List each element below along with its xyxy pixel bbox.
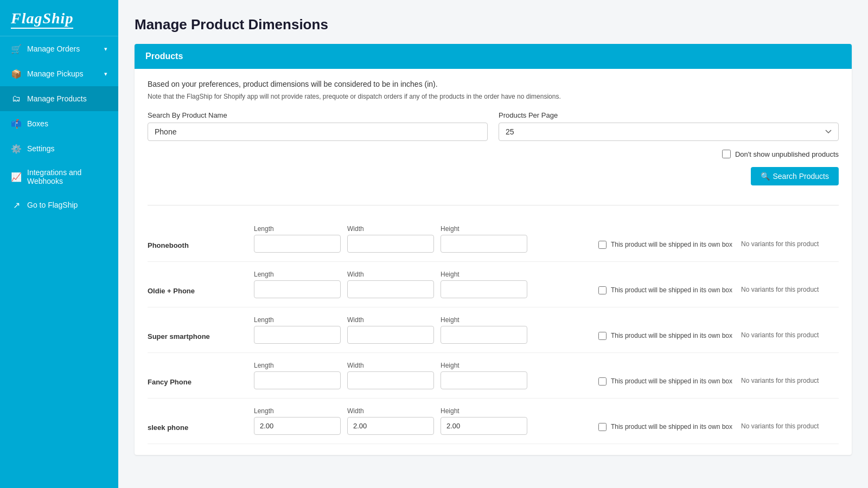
own-box-col: This product will be shipped in its own … — [598, 225, 732, 249]
search-input[interactable] — [148, 123, 488, 141]
height-col: Height — [441, 407, 527, 435]
length-label: Length — [254, 225, 341, 233]
own-box-label: This product will be shipped in its own … — [611, 422, 732, 432]
length-input[interactable] — [254, 235, 341, 253]
nav-icon-integrations: 📈 — [11, 171, 22, 182]
sidebar-item-boxes[interactable]: 📫 Boxes — [0, 111, 118, 136]
nav-icon-settings: ⚙️ — [11, 143, 22, 154]
width-label: Width — [347, 271, 434, 278]
unpublished-checkbox-row: Don't show unpublished products — [148, 150, 839, 158]
own-box-checkbox[interactable] — [598, 332, 607, 340]
search-row: Search By Product Name Products Per Page… — [148, 111, 839, 141]
width-label: Width — [347, 225, 434, 233]
per-page-label: Products Per Page — [499, 111, 839, 119]
sidebar-item-manage-orders[interactable]: 🛒 Manage Orders ▾ — [0, 36, 118, 61]
nav-icon-manage-products: 🗂 — [11, 93, 22, 104]
sidebar-item-integrations[interactable]: 📈 Integrations and Webhooks — [0, 161, 118, 192]
brand-logo: FlagShip — [0, 0, 118, 36]
search-group: Search By Product Name — [148, 111, 488, 141]
length-input[interactable] — [254, 326, 341, 344]
nav-icon-manage-pickups: 📦 — [11, 68, 22, 79]
note-text: Note that the FlagShip for Shopify app w… — [148, 93, 839, 100]
per-page-select[interactable]: 102550100 — [499, 123, 839, 141]
height-label: Height — [441, 271, 527, 278]
width-col: Width — [347, 407, 434, 435]
nav-label-go-to-flagship: Go to FlagShip — [27, 201, 107, 209]
products-table: Phonebooth Length Width Height This prod… — [148, 216, 839, 444]
height-label: Height — [441, 407, 527, 415]
per-page-group: Products Per Page 102550100 — [499, 111, 839, 141]
length-label: Length — [254, 316, 341, 324]
nav-label-manage-pickups: Manage Pickups — [27, 69, 99, 78]
width-input[interactable] — [347, 371, 434, 389]
product-name: sleek phone — [148, 407, 245, 432]
nav-icon-go-to-flagship: ↗ — [11, 200, 22, 210]
product-row: sleek phone Length Width Height This pro… — [148, 399, 839, 444]
unpublished-checkbox[interactable] — [722, 150, 731, 158]
own-box-checkbox[interactable] — [598, 423, 607, 431]
nav-label-manage-orders: Manage Orders — [27, 44, 99, 53]
divider — [148, 205, 839, 206]
width-col: Width — [347, 271, 434, 298]
own-box-label: This product will be shipped in its own … — [611, 377, 732, 386]
own-box-label: This product will be shipped in its own … — [611, 331, 732, 341]
nav-label-integrations: Integrations and Webhooks — [27, 168, 107, 185]
height-input[interactable] — [441, 417, 527, 435]
height-input[interactable] — [441, 326, 527, 344]
dimensions-group: Length Width Height — [254, 225, 590, 253]
chevron-icon: ▾ — [104, 46, 107, 53]
products-card-body: Based on your preferences, product dimen… — [135, 69, 852, 455]
width-label: Width — [347, 316, 434, 324]
products-card: Products Based on your preferences, prod… — [135, 44, 852, 455]
length-label: Length — [254, 407, 341, 415]
length-col: Length — [254, 225, 341, 253]
sidebar-item-settings[interactable]: ⚙️ Settings — [0, 136, 118, 161]
search-products-button[interactable]: 🔍 Search Products — [751, 167, 839, 185]
width-input[interactable] — [347, 326, 434, 344]
width-label: Width — [347, 362, 434, 369]
sidebar-item-manage-pickups[interactable]: 📦 Manage Pickups ▾ — [0, 61, 118, 86]
height-input[interactable] — [441, 280, 527, 298]
sidebar-item-manage-products[interactable]: 🗂 Manage Products — [0, 86, 118, 111]
variants-col: No variants for this product — [741, 316, 839, 339]
width-input[interactable] — [347, 417, 434, 435]
height-input[interactable] — [441, 235, 527, 253]
chevron-icon: ▾ — [104, 70, 107, 78]
products-card-header-title: Products — [145, 52, 183, 61]
length-input[interactable] — [254, 280, 341, 298]
width-input[interactable] — [347, 235, 434, 253]
length-input[interactable] — [254, 417, 341, 435]
product-name: Oldie + Phone — [148, 271, 245, 295]
width-input[interactable] — [347, 280, 434, 298]
own-box-col: This product will be shipped in its own … — [598, 362, 732, 386]
product-row: Fancy Phone Length Width Height This pro… — [148, 353, 839, 399]
unpublished-label: Don't show unpublished products — [735, 150, 839, 158]
nav-label-manage-products: Manage Products — [27, 94, 107, 103]
own-box-checkbox[interactable] — [598, 241, 607, 249]
sidebar: FlagShip 🛒 Manage Orders ▾ 📦 Manage Pick… — [0, 0, 118, 488]
own-box-checkbox[interactable] — [598, 286, 607, 294]
variants-col: No variants for this product — [741, 362, 839, 384]
own-box-col: This product will be shipped in its own … — [598, 316, 732, 341]
length-input[interactable] — [254, 371, 341, 389]
height-label: Height — [441, 225, 527, 233]
sidebar-item-go-to-flagship[interactable]: ↗ Go to FlagShip — [0, 192, 118, 217]
dimensions-group: Length Width Height — [254, 316, 590, 344]
length-col: Length — [254, 362, 341, 389]
nav-label-settings: Settings — [27, 144, 107, 153]
height-col: Height — [441, 225, 527, 253]
nav-icon-manage-orders: 🛒 — [11, 43, 22, 54]
height-label: Height — [441, 316, 527, 324]
height-input[interactable] — [441, 371, 527, 389]
length-col: Length — [254, 271, 341, 298]
search-label: Search By Product Name — [148, 111, 488, 119]
width-col: Width — [347, 225, 434, 253]
product-row: Oldie + Phone Length Width Height This p… — [148, 262, 839, 307]
length-col: Length — [254, 316, 341, 344]
own-box-checkbox[interactable] — [598, 377, 607, 386]
width-col: Width — [347, 362, 434, 389]
height-label: Height — [441, 362, 527, 369]
product-row: Super smartphone Length Width Height Thi… — [148, 307, 839, 353]
info-text: Based on your preferences, product dimen… — [148, 80, 839, 88]
width-label: Width — [347, 407, 434, 415]
